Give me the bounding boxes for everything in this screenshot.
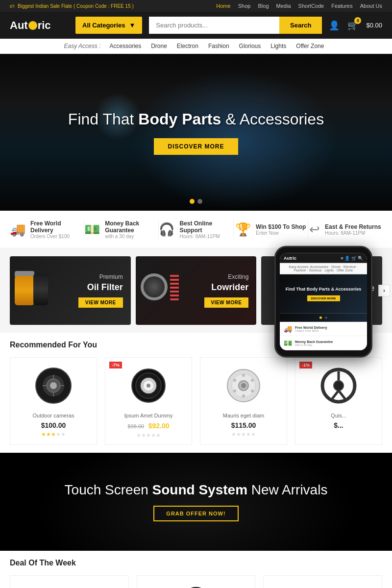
top-nav-shop[interactable]: Shop xyxy=(238,3,251,9)
cat-card-lowrider-content: Exciting Lowrider VIEW MORE xyxy=(204,273,249,308)
feature-moneyback-subtitle: with a 30 day xyxy=(105,234,158,239)
feature-support: 🎧 Best Online Support Hours: 8AM-11PM xyxy=(159,220,233,239)
product-name-4: Quis... xyxy=(301,413,376,418)
category-cards-section: Premium Oil Filter VIEW MORE Exciting Lo… xyxy=(0,248,392,333)
mobile-feature-moneyback: 💵 Money Back Guarantee with a 30 day xyxy=(280,336,367,350)
top-nav-blog[interactable]: Blog xyxy=(258,3,269,9)
feature-returns-text: East & Free Returns Hours: 8AM-11PM xyxy=(325,223,381,236)
product-card-1: Outdoor cameras $100.00 ★★★★★ xyxy=(10,357,97,445)
cat-card-oil-filter-subtitle: Premium xyxy=(78,273,123,280)
mobile-delivery-title: Free World Delivery xyxy=(295,325,327,329)
nav-glorious[interactable]: Glorious xyxy=(235,43,265,49)
search-button[interactable]: Search xyxy=(279,17,322,34)
svg-point-16 xyxy=(241,383,246,388)
top-nav-about[interactable]: About Us xyxy=(360,3,382,9)
feature-returns-subtitle: Hours: 8AM-11PM xyxy=(325,230,381,236)
top-nav-shortcode[interactable]: ShortCode xyxy=(298,3,324,9)
svg-point-3 xyxy=(50,382,57,389)
product-name-1: Outdoor cameras xyxy=(16,413,91,418)
lowrider-icon xyxy=(141,271,185,310)
hero-text-2: & Accessories xyxy=(221,110,324,128)
top-nav-features[interactable]: Features xyxy=(331,3,352,9)
logo[interactable]: Aut ric xyxy=(10,19,69,32)
oil-filter-icon xyxy=(15,271,49,310)
mobile-menu-icon: ≡ 👤 🛒 🔍 xyxy=(341,256,363,261)
nav-drone[interactable]: Drone xyxy=(147,43,171,49)
feature-delivery: 🚚 Free World Delivery Orders Over $100 xyxy=(10,220,84,239)
steering-wheel-icon xyxy=(320,368,357,404)
mobile-moneyback-sub: with a 30 day xyxy=(295,343,333,346)
mobile-dot-2 xyxy=(325,317,327,319)
nav-offer-zone[interactable]: Offer Zone xyxy=(292,43,328,49)
svg-point-19 xyxy=(251,390,254,392)
category-dropdown[interactable]: All Categories ▼ xyxy=(75,17,142,34)
hero-dot-2[interactable] xyxy=(197,199,202,204)
promo-bar: 🏷 Biggest Indian Sale Flate ( Coupon Cod… xyxy=(10,3,134,9)
cat-card-oil-filter-btn[interactable]: VIEW MORE xyxy=(78,297,123,308)
product-name-3: Mauris eget diam xyxy=(206,413,281,418)
discover-more-button[interactable]: DISCOVER MORE xyxy=(154,138,238,155)
feature-delivery-text: Free World Delivery Orders Over $100 xyxy=(30,220,84,239)
product-card-4: -1% Quis... $... xyxy=(295,357,382,445)
mobile-logo: Autric xyxy=(284,256,296,261)
promo-text: Biggest Indian Sale Flate ( Coupon Code … xyxy=(18,3,134,9)
svg-point-17 xyxy=(242,374,245,377)
mobile-hero: Find That Body Parts & Accessories DISCO… xyxy=(280,274,367,314)
returns-icon: ↩ xyxy=(309,222,320,237)
top-nav: Home Shop Blog Media ShortCode Features … xyxy=(210,3,382,9)
svg-point-22 xyxy=(233,379,236,382)
svg-point-21 xyxy=(233,390,236,392)
header-icons: 👤 🛒 0 $0.00 xyxy=(329,20,382,31)
top-nav-media[interactable]: Media xyxy=(276,3,291,9)
feature-returns: ↩ East & Free Returns Hours: 8AM-11PM xyxy=(308,222,382,237)
product-card-2: -7% Ipsum Amet Dummy $98.00 $92.00 ★★★★★ xyxy=(105,357,192,445)
product-old-price-2: $98.00 xyxy=(128,423,145,429)
product-price-4: $... xyxy=(301,421,376,429)
features-bar: 🚚 Free World Delivery Orders Over $100 💵… xyxy=(0,211,392,248)
deal-card-3: Mauris eget diam $115.00 Mobile, Speaker… xyxy=(263,575,382,588)
feature-returns-title: East & Free Returns xyxy=(325,223,381,230)
nav-fashion[interactable]: Fashion xyxy=(204,43,233,49)
deal-section: Deal Of The Week Digital Cameras and len… xyxy=(0,551,392,588)
deal-card-2: Quisque sed diam $16.00 $72.00 Camera, L… xyxy=(137,575,256,588)
header: Aut ric All Categories ▼ Search 👤 🛒 0 $0… xyxy=(0,12,392,39)
svg-point-20 xyxy=(242,394,245,397)
product-stars-2: ★★★★★ xyxy=(111,432,186,439)
tire-icon xyxy=(34,366,73,405)
hero-content: Find That Body Parts & Accessories DISCO… xyxy=(68,110,324,155)
deal-card-img-2 xyxy=(143,582,249,588)
brake-disc-product-icon xyxy=(225,368,262,404)
svg-point-18 xyxy=(251,379,254,382)
feature-moneyback-title: Money Back Guarantee xyxy=(105,220,158,234)
nav-electron[interactable]: Electron xyxy=(173,43,202,49)
grab-offer-button[interactable]: GRAB OFFER NOW! xyxy=(153,506,238,521)
products-row: Outdoor cameras $100.00 ★★★★★ -7% Ipsum … xyxy=(10,357,382,445)
hero-dot-1[interactable] xyxy=(190,199,195,204)
sound-banner: Touch Screen Sound System New Arrivals G… xyxy=(0,453,392,551)
nav-accessories[interactable]: Accessories xyxy=(105,43,145,49)
nav-lights[interactable]: Lights xyxy=(267,43,290,49)
sound-banner-content: Touch Screen Sound System New Arrivals G… xyxy=(65,482,328,521)
mobile-discover-btn[interactable]: DISCOVER MORE xyxy=(307,295,340,301)
cat-card-lowrider-title: Lowrider xyxy=(204,282,249,293)
cat-card-lowrider-subtitle: Exciting xyxy=(204,273,249,280)
cat-cards-next-arrow[interactable]: › xyxy=(378,285,390,296)
hero-text-1: Find That xyxy=(68,110,138,128)
logo-text-1: Aut xyxy=(10,19,28,32)
sound-text-bold: Sound System xyxy=(152,482,247,497)
cart-icon[interactable]: 🛒 0 xyxy=(347,20,358,31)
product-price-1: $100.00 xyxy=(16,421,91,429)
product-stars-3: ★★★★★ xyxy=(206,431,281,438)
hero-dots xyxy=(190,199,202,204)
product-img-1 xyxy=(16,364,91,408)
cat-card-lowrider-btn[interactable]: VIEW MORE xyxy=(204,297,249,308)
feature-win-title: Win $100 To Shop xyxy=(256,223,306,230)
sound-banner-heading: Touch Screen Sound System New Arrivals xyxy=(65,482,328,498)
category-label: All Categories xyxy=(82,22,125,29)
headlight-icon xyxy=(130,368,167,404)
user-icon[interactable]: 👤 xyxy=(329,20,340,31)
deal-card-img-3 xyxy=(270,582,376,588)
top-nav-home[interactable]: Home xyxy=(216,3,230,9)
search-input[interactable] xyxy=(149,17,279,34)
win-icon: 🏆 xyxy=(235,222,251,237)
